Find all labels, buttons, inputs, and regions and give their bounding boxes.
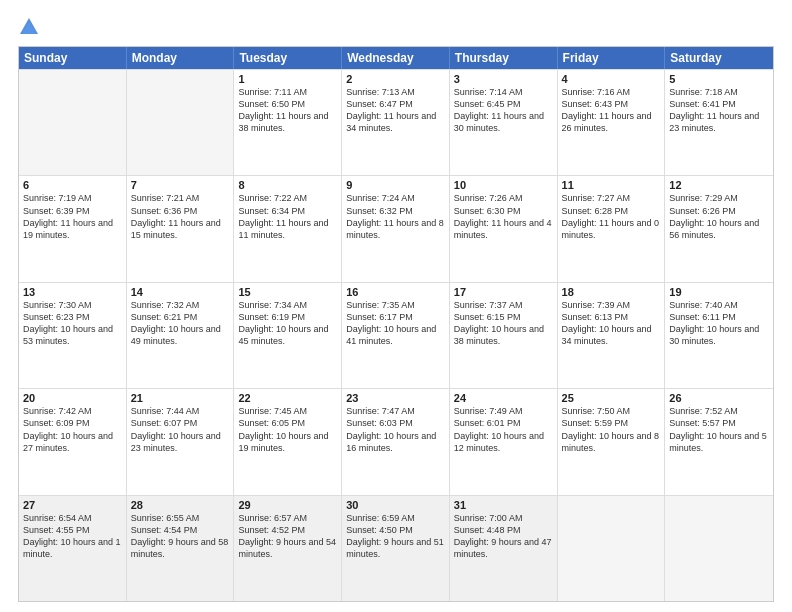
day-number: 28 [131, 499, 230, 511]
cell-text: Sunrise: 7:47 AMSunset: 6:03 PMDaylight:… [346, 405, 445, 454]
day-number: 21 [131, 392, 230, 404]
logo [18, 16, 44, 38]
calendar-cell: 13Sunrise: 7:30 AMSunset: 6:23 PMDayligh… [19, 283, 127, 388]
day-number: 22 [238, 392, 337, 404]
day-number: 13 [23, 286, 122, 298]
cell-text: Sunrise: 7:40 AMSunset: 6:11 PMDaylight:… [669, 299, 769, 348]
day-number: 12 [669, 179, 769, 191]
cell-text: Sunrise: 7:37 AMSunset: 6:15 PMDaylight:… [454, 299, 553, 348]
day-number: 23 [346, 392, 445, 404]
calendar-cell: 11Sunrise: 7:27 AMSunset: 6:28 PMDayligh… [558, 176, 666, 281]
day-number: 5 [669, 73, 769, 85]
day-number: 16 [346, 286, 445, 298]
calendar-cell: 9Sunrise: 7:24 AMSunset: 6:32 PMDaylight… [342, 176, 450, 281]
calendar-cell [127, 70, 235, 175]
calendar-day-header: Friday [558, 47, 666, 69]
calendar-cell: 10Sunrise: 7:26 AMSunset: 6:30 PMDayligh… [450, 176, 558, 281]
day-number: 1 [238, 73, 337, 85]
logo-icon [18, 16, 40, 38]
calendar-cell: 24Sunrise: 7:49 AMSunset: 6:01 PMDayligh… [450, 389, 558, 494]
cell-text: Sunrise: 7:24 AMSunset: 6:32 PMDaylight:… [346, 192, 445, 241]
calendar-cell [558, 496, 666, 601]
cell-text: Sunrise: 7:42 AMSunset: 6:09 PMDaylight:… [23, 405, 122, 454]
day-number: 7 [131, 179, 230, 191]
cell-text: Sunrise: 6:54 AMSunset: 4:55 PMDaylight:… [23, 512, 122, 561]
cell-text: Sunrise: 7:19 AMSunset: 6:39 PMDaylight:… [23, 192, 122, 241]
calendar-cell: 25Sunrise: 7:50 AMSunset: 5:59 PMDayligh… [558, 389, 666, 494]
day-number: 29 [238, 499, 337, 511]
cell-text: Sunrise: 7:34 AMSunset: 6:19 PMDaylight:… [238, 299, 337, 348]
calendar-cell: 6Sunrise: 7:19 AMSunset: 6:39 PMDaylight… [19, 176, 127, 281]
calendar-cell: 31Sunrise: 7:00 AMSunset: 4:48 PMDayligh… [450, 496, 558, 601]
calendar-row: 27Sunrise: 6:54 AMSunset: 4:55 PMDayligh… [19, 495, 773, 601]
calendar-cell: 28Sunrise: 6:55 AMSunset: 4:54 PMDayligh… [127, 496, 235, 601]
cell-text: Sunrise: 7:18 AMSunset: 6:41 PMDaylight:… [669, 86, 769, 135]
day-number: 15 [238, 286, 337, 298]
calendar-cell: 17Sunrise: 7:37 AMSunset: 6:15 PMDayligh… [450, 283, 558, 388]
calendar-cell: 5Sunrise: 7:18 AMSunset: 6:41 PMDaylight… [665, 70, 773, 175]
calendar-cell: 20Sunrise: 7:42 AMSunset: 6:09 PMDayligh… [19, 389, 127, 494]
day-number: 19 [669, 286, 769, 298]
calendar-cell: 4Sunrise: 7:16 AMSunset: 6:43 PMDaylight… [558, 70, 666, 175]
day-number: 31 [454, 499, 553, 511]
calendar-day-header: Sunday [19, 47, 127, 69]
calendar-cell: 14Sunrise: 7:32 AMSunset: 6:21 PMDayligh… [127, 283, 235, 388]
cell-text: Sunrise: 7:26 AMSunset: 6:30 PMDaylight:… [454, 192, 553, 241]
cell-text: Sunrise: 7:32 AMSunset: 6:21 PMDaylight:… [131, 299, 230, 348]
calendar-cell: 27Sunrise: 6:54 AMSunset: 4:55 PMDayligh… [19, 496, 127, 601]
cell-text: Sunrise: 7:29 AMSunset: 6:26 PMDaylight:… [669, 192, 769, 241]
day-number: 20 [23, 392, 122, 404]
day-number: 3 [454, 73, 553, 85]
cell-text: Sunrise: 7:35 AMSunset: 6:17 PMDaylight:… [346, 299, 445, 348]
cell-text: Sunrise: 7:13 AMSunset: 6:47 PMDaylight:… [346, 86, 445, 135]
calendar-row: 20Sunrise: 7:42 AMSunset: 6:09 PMDayligh… [19, 388, 773, 494]
day-number: 14 [131, 286, 230, 298]
cell-text: Sunrise: 7:00 AMSunset: 4:48 PMDaylight:… [454, 512, 553, 561]
cell-text: Sunrise: 6:57 AMSunset: 4:52 PMDaylight:… [238, 512, 337, 561]
calendar-cell: 3Sunrise: 7:14 AMSunset: 6:45 PMDaylight… [450, 70, 558, 175]
calendar-cell: 1Sunrise: 7:11 AMSunset: 6:50 PMDaylight… [234, 70, 342, 175]
cell-text: Sunrise: 7:44 AMSunset: 6:07 PMDaylight:… [131, 405, 230, 454]
calendar-row: 6Sunrise: 7:19 AMSunset: 6:39 PMDaylight… [19, 175, 773, 281]
cell-text: Sunrise: 7:11 AMSunset: 6:50 PMDaylight:… [238, 86, 337, 135]
header [18, 16, 774, 38]
day-number: 30 [346, 499, 445, 511]
calendar-row: 13Sunrise: 7:30 AMSunset: 6:23 PMDayligh… [19, 282, 773, 388]
day-number: 8 [238, 179, 337, 191]
cell-text: Sunrise: 7:39 AMSunset: 6:13 PMDaylight:… [562, 299, 661, 348]
day-number: 26 [669, 392, 769, 404]
day-number: 6 [23, 179, 122, 191]
cell-text: Sunrise: 7:45 AMSunset: 6:05 PMDaylight:… [238, 405, 337, 454]
cell-text: Sunrise: 7:52 AMSunset: 5:57 PMDaylight:… [669, 405, 769, 454]
cell-text: Sunrise: 7:30 AMSunset: 6:23 PMDaylight:… [23, 299, 122, 348]
calendar-row: 1Sunrise: 7:11 AMSunset: 6:50 PMDaylight… [19, 69, 773, 175]
calendar-cell: 15Sunrise: 7:34 AMSunset: 6:19 PMDayligh… [234, 283, 342, 388]
cell-text: Sunrise: 7:27 AMSunset: 6:28 PMDaylight:… [562, 192, 661, 241]
calendar-body: 1Sunrise: 7:11 AMSunset: 6:50 PMDaylight… [19, 69, 773, 601]
cell-text: Sunrise: 6:59 AMSunset: 4:50 PMDaylight:… [346, 512, 445, 561]
calendar-header-row: SundayMondayTuesdayWednesdayThursdayFrid… [19, 47, 773, 69]
calendar-cell: 8Sunrise: 7:22 AMSunset: 6:34 PMDaylight… [234, 176, 342, 281]
calendar-cell [19, 70, 127, 175]
calendar-cell [665, 496, 773, 601]
day-number: 11 [562, 179, 661, 191]
page: SundayMondayTuesdayWednesdayThursdayFrid… [0, 0, 792, 612]
calendar-cell: 12Sunrise: 7:29 AMSunset: 6:26 PMDayligh… [665, 176, 773, 281]
day-number: 10 [454, 179, 553, 191]
calendar-cell: 19Sunrise: 7:40 AMSunset: 6:11 PMDayligh… [665, 283, 773, 388]
calendar-cell: 21Sunrise: 7:44 AMSunset: 6:07 PMDayligh… [127, 389, 235, 494]
calendar-day-header: Tuesday [234, 47, 342, 69]
day-number: 27 [23, 499, 122, 511]
day-number: 9 [346, 179, 445, 191]
calendar-day-header: Saturday [665, 47, 773, 69]
cell-text: Sunrise: 7:50 AMSunset: 5:59 PMDaylight:… [562, 405, 661, 454]
cell-text: Sunrise: 7:16 AMSunset: 6:43 PMDaylight:… [562, 86, 661, 135]
calendar-cell: 2Sunrise: 7:13 AMSunset: 6:47 PMDaylight… [342, 70, 450, 175]
cell-text: Sunrise: 7:22 AMSunset: 6:34 PMDaylight:… [238, 192, 337, 241]
day-number: 17 [454, 286, 553, 298]
calendar-cell: 23Sunrise: 7:47 AMSunset: 6:03 PMDayligh… [342, 389, 450, 494]
calendar-cell: 22Sunrise: 7:45 AMSunset: 6:05 PMDayligh… [234, 389, 342, 494]
day-number: 4 [562, 73, 661, 85]
day-number: 25 [562, 392, 661, 404]
calendar-cell: 18Sunrise: 7:39 AMSunset: 6:13 PMDayligh… [558, 283, 666, 388]
